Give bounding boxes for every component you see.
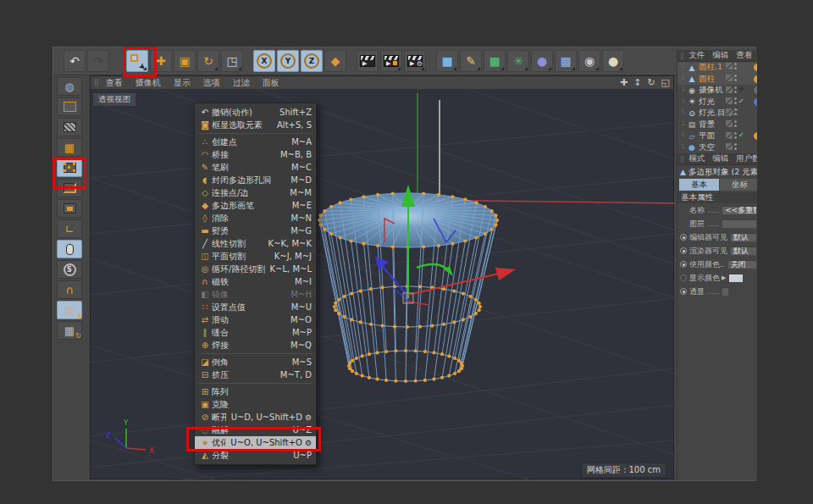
- vertex-dot[interactable]: [380, 324, 384, 327]
- visibility-dots[interactable]: [734, 120, 737, 127]
- vertex-dot[interactable]: [394, 349, 397, 352]
- enable-axis-button[interactable]: ∟: [57, 219, 82, 238]
- context-menu-item-19[interactable]: ⊕焊接M~Q: [195, 339, 316, 352]
- vertex-dot[interactable]: [384, 379, 388, 382]
- vertex-dot[interactable]: [453, 372, 456, 375]
- vertex-dot[interactable]: [423, 379, 427, 382]
- vertex-dot[interactable]: [474, 235, 478, 239]
- vertex-dot[interactable]: [375, 377, 379, 380]
- object-row-0[interactable]: └▲圆柱.1: [678, 62, 757, 74]
- layer-swatch[interactable]: [726, 108, 733, 115]
- context-menu-item-1[interactable]: ◙框显选取元素Alt+S, S: [195, 119, 316, 131]
- tweak-mode-button[interactable]: [57, 240, 82, 258]
- add-cube-primitive-button[interactable]: ■: [436, 50, 458, 72]
- enable-snap-button[interactable]: ∩: [57, 280, 82, 299]
- vertex-dot[interactable]: [318, 213, 322, 217]
- keyframe-radio[interactable]: [680, 274, 687, 281]
- visibility-dots[interactable]: [734, 86, 737, 93]
- vertex-dot[interactable]: [440, 352, 444, 356]
- visibility-dots[interactable]: [734, 63, 737, 69]
- visibility-dots[interactable]: [734, 97, 737, 104]
- field-dropdown[interactable]: 关闭: [727, 260, 757, 269]
- vertex-dot[interactable]: [453, 357, 456, 360]
- gizmo-x-arrow[interactable]: [495, 268, 516, 280]
- vertex-dot[interactable]: [355, 372, 358, 375]
- vertex-dot[interactable]: [442, 323, 445, 326]
- lock-z-axis-toggle[interactable]: Z: [301, 50, 323, 72]
- vertex-dot[interactable]: [329, 232, 333, 235]
- object-row-7[interactable]: └●天空: [678, 142, 757, 154]
- vertex-dot[interactable]: [369, 287, 373, 291]
- context-menu-item-17[interactable]: ⇄滑动M~O: [195, 313, 316, 326]
- am-menu-0[interactable]: 模式: [689, 153, 705, 164]
- vertex-dot[interactable]: [447, 354, 451, 357]
- visibility-dots[interactable]: [734, 75, 737, 81]
- vertex-dot[interactable]: [375, 351, 379, 354]
- vertex-dot[interactable]: [484, 205, 487, 208]
- toggle-view-icon[interactable]: ◱: [661, 77, 670, 88]
- context-menu-item-28[interactable]: ∗优化...U~O, U~Shift+O⚙: [195, 436, 316, 449]
- vertex-dot[interactable]: [393, 325, 396, 329]
- vertex-dot[interactable]: [362, 242, 365, 246]
- vertex-dot[interactable]: [368, 352, 371, 356]
- texture-mode-button[interactable]: [57, 118, 82, 136]
- zoom-view-icon[interactable]: ↕: [633, 77, 641, 88]
- vertex-dot[interactable]: [474, 201, 478, 204]
- vertex-dot[interactable]: [462, 291, 465, 295]
- field-checkbox[interactable]: [722, 287, 729, 296]
- context-menu-item-18[interactable]: ∥缝合M~P: [195, 326, 316, 339]
- object-tag-icon[interactable]: [754, 132, 757, 140]
- vertex-dot[interactable]: [460, 367, 463, 370]
- context-menu-item-8[interactable]: ◆多边形画笔M~E: [195, 199, 316, 212]
- vertex-dot[interactable]: [468, 295, 472, 298]
- viewport-menu-4[interactable]: 过滤: [233, 77, 250, 89]
- camera-button[interactable]: ◉: [578, 50, 600, 72]
- attribute-tab-0[interactable]: 基本: [679, 179, 719, 191]
- workplane-mode-button[interactable]: ▦: [57, 138, 82, 157]
- vertex-dot[interactable]: [468, 315, 472, 318]
- layer-swatch[interactable]: [726, 143, 733, 150]
- object-row-2[interactable]: └◉摄像机✛: [678, 85, 757, 97]
- layer-swatch[interactable]: [726, 75, 733, 81]
- field-input[interactable]: <<多重数值: [722, 206, 757, 215]
- vertex-dot[interactable]: [474, 312, 478, 315]
- layer-swatch[interactable]: [726, 132, 733, 139]
- vertex-dot[interactable]: [376, 193, 379, 197]
- keyframe-radio[interactable]: [680, 288, 687, 295]
- vertex-dot[interactable]: [484, 232, 487, 235]
- om-menu-0[interactable]: 文件: [689, 50, 705, 61]
- redo-button[interactable]: ↷: [87, 50, 109, 72]
- vertex-dot[interactable]: [394, 379, 397, 383]
- object-row-6[interactable]: └▱平面✔: [678, 130, 757, 142]
- vertex-dot[interactable]: [495, 219, 499, 222]
- vertex-dot[interactable]: [447, 374, 451, 377]
- vertex-dot[interactable]: [337, 298, 340, 302]
- render-view-button[interactable]: ▶: [357, 50, 379, 72]
- environment-button[interactable]: ●: [531, 50, 553, 72]
- vertex-dot[interactable]: [334, 308, 337, 312]
- visibility-dots[interactable]: [734, 108, 737, 115]
- vertex-dot[interactable]: [494, 213, 497, 217]
- make-editable-button[interactable]: ◍: [57, 77, 82, 96]
- vertex-dot[interactable]: [391, 191, 395, 195]
- vertex-dot[interactable]: [342, 295, 346, 298]
- vertex-dot[interactable]: [474, 298, 478, 302]
- vertex-dot[interactable]: [318, 219, 321, 222]
- context-menu-item-7[interactable]: ◇连接点/边M~M: [195, 186, 316, 199]
- vertex-dot[interactable]: [490, 209, 494, 213]
- vertex-dot[interactable]: [423, 350, 427, 353]
- vertex-dot[interactable]: [342, 315, 346, 318]
- points-mode-button[interactable]: [57, 158, 82, 177]
- vertex-dot[interactable]: [490, 228, 494, 231]
- vertex-dot[interactable]: [432, 351, 435, 354]
- context-menu-item-25[interactable]: ▣克隆: [195, 398, 316, 411]
- field-dropdown[interactable]: 默认: [730, 233, 757, 242]
- field-colorbox[interactable]: [728, 274, 744, 283]
- vertex-dot[interactable]: [478, 308, 481, 312]
- object-row-1[interactable]: └▲圆柱: [678, 74, 757, 86]
- object-row-4[interactable]: └⊙灯光.目标.1: [678, 108, 757, 119]
- viewport-menu-2[interactable]: 显示: [174, 77, 191, 89]
- floor-button[interactable]: ▦: [555, 50, 577, 72]
- vertex-dot[interactable]: [351, 369, 354, 373]
- expand-arrow-icon[interactable]: ▶: [722, 274, 726, 281]
